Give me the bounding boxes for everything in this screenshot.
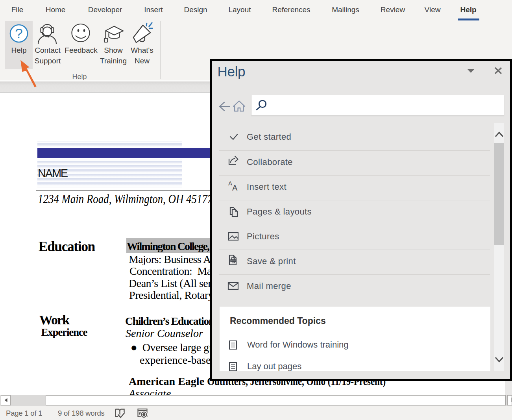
svg-text:A: A <box>228 180 232 187</box>
svg-text:?: ? <box>15 26 22 41</box>
svg-text:A: A <box>232 183 238 192</box>
